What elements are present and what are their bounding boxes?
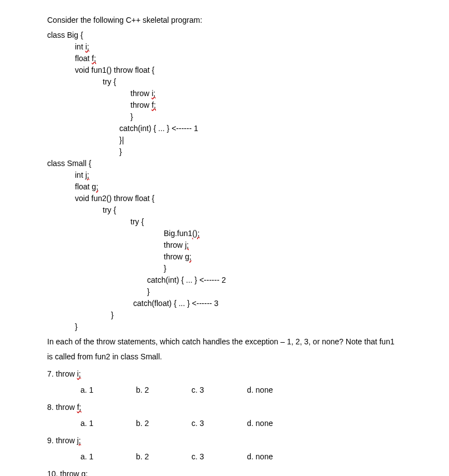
code-line: class Small { bbox=[47, 158, 449, 169]
option-a: a. 1 bbox=[80, 384, 97, 396]
code-line: throw j; bbox=[164, 239, 449, 251]
code-line: throw f; bbox=[130, 99, 449, 111]
code-line: } bbox=[75, 321, 449, 333]
code-text: float bbox=[75, 182, 92, 191]
question-7: 7. throw i; bbox=[47, 368, 449, 380]
code-text: int bbox=[75, 171, 85, 179]
code-line: float g; bbox=[75, 181, 449, 193]
code-line: int j; bbox=[75, 169, 449, 181]
wavy-text: j; bbox=[185, 240, 189, 249]
code-text: float bbox=[75, 54, 92, 63]
option-c: c. 3 bbox=[191, 384, 208, 396]
code-text: Big.fun1 bbox=[164, 229, 192, 238]
q-pre: 7. throw bbox=[47, 369, 77, 378]
code-line: } bbox=[147, 286, 449, 298]
code-text: throw bbox=[130, 101, 152, 109]
wavy-text: g; bbox=[185, 252, 191, 261]
code-line: catch(int) { ... } <------ 1 bbox=[119, 123, 449, 134]
code-line: catch(float) { ... } <------ 3 bbox=[133, 298, 449, 309]
wavy-text: j; bbox=[77, 436, 81, 445]
option-d: d. none bbox=[247, 451, 273, 463]
wavy-text: i; bbox=[77, 369, 81, 378]
code-line: try { bbox=[103, 204, 449, 216]
q-pre: 8. throw bbox=[47, 403, 77, 412]
option-a: a. 1 bbox=[80, 418, 97, 429]
q-pre: 9. throw bbox=[47, 436, 77, 445]
explain-text-2: is called from fun2 in class Small. bbox=[47, 351, 449, 363]
code-line: try { bbox=[103, 76, 449, 88]
code-line: } bbox=[119, 146, 449, 158]
code-line: } bbox=[111, 309, 449, 321]
wavy-text: j; bbox=[85, 171, 89, 179]
code-line: void fun1() throw float { bbox=[75, 64, 449, 76]
wavy-text: i; bbox=[152, 89, 155, 98]
question-9: 9. throw j; bbox=[47, 435, 449, 447]
code-text: throw bbox=[164, 252, 185, 261]
option-a: a. 1 bbox=[80, 451, 97, 463]
question-10: 10. throw g; bbox=[47, 468, 449, 476]
code-line: void fun2() throw float { bbox=[75, 193, 449, 204]
code-line: }| bbox=[119, 134, 449, 146]
code-line: try { bbox=[130, 216, 449, 228]
code-line: Big.fun1(); bbox=[164, 228, 449, 239]
options-row: a. 1 b. 2 c. 3 d. none bbox=[80, 384, 449, 396]
wavy-text: i; bbox=[85, 42, 89, 51]
code-text: throw bbox=[130, 89, 152, 98]
wavy-text: f; bbox=[92, 54, 96, 63]
wavy-text: f; bbox=[152, 101, 156, 109]
option-b: b. 2 bbox=[136, 418, 153, 429]
question-8: 8. throw f; bbox=[47, 402, 449, 413]
option-b: b. 2 bbox=[136, 451, 153, 463]
option-d: d. none bbox=[247, 384, 273, 396]
wavy-text: g; bbox=[92, 182, 98, 191]
code-line: float f; bbox=[75, 53, 449, 64]
code-text: throw bbox=[164, 240, 185, 249]
code-line: throw g; bbox=[164, 251, 449, 263]
wavy-text: f; bbox=[77, 403, 82, 412]
option-d: d. none bbox=[247, 418, 273, 429]
option-c: c. 3 bbox=[191, 418, 208, 429]
wavy-text: g; bbox=[81, 469, 88, 476]
q-pre: 10. throw bbox=[47, 469, 81, 476]
code-line: int i; bbox=[75, 41, 449, 53]
option-b: b. 2 bbox=[136, 384, 153, 396]
code-line: } bbox=[130, 111, 449, 123]
intro-text: Consider the following C++ skeletal prog… bbox=[47, 14, 449, 26]
code-line: } bbox=[164, 263, 449, 274]
options-row: a. 1 b. 2 c. 3 d. none bbox=[80, 418, 449, 429]
code-text: int bbox=[75, 42, 85, 51]
option-c: c. 3 bbox=[191, 451, 208, 463]
wavy-text: (); bbox=[192, 229, 199, 238]
code-line: throw i; bbox=[130, 88, 449, 99]
options-row: a. 1 b. 2 c. 3 d. none bbox=[80, 451, 449, 463]
code-line: class Big { bbox=[47, 29, 449, 41]
explain-text: In each of the throw statements, which c… bbox=[47, 336, 449, 348]
code-line: catch(int) { ... } <------ 2 bbox=[147, 274, 449, 286]
